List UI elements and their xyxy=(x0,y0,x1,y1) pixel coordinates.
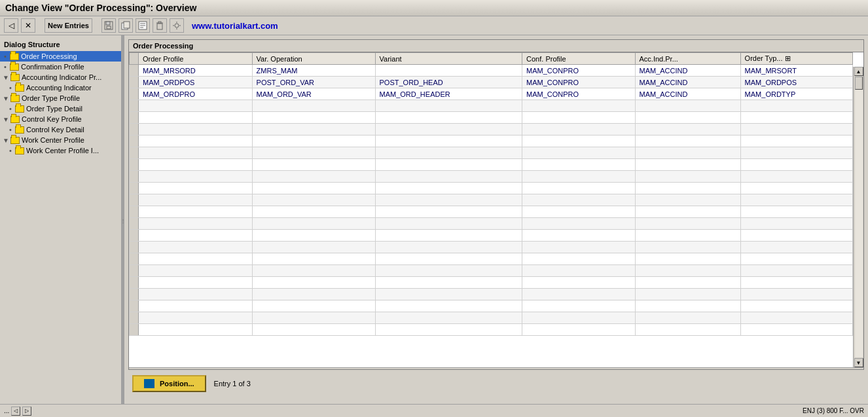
table-row-empty[interactable] xyxy=(130,253,853,265)
cell-var-operation: ZMRS_MAM xyxy=(252,65,375,77)
toolbar: ◁ ✕ New Entries www.tutorialkart.com xyxy=(0,16,868,35)
col-order-profile: Order Profile xyxy=(139,53,253,65)
folder-icon xyxy=(10,137,20,144)
table-row-empty[interactable] xyxy=(130,312,853,324)
table-row-empty[interactable] xyxy=(130,265,853,277)
status-bar: ... ◁ ▷ ENJ (3) 800 F... OVR xyxy=(0,404,868,417)
svg-rect-4 xyxy=(124,22,130,28)
sidebar-label: Work Center Profile xyxy=(22,136,84,144)
folder-icon xyxy=(15,105,24,113)
folder-icon xyxy=(15,84,24,92)
cell-acc-ind: MAM_ACCIND xyxy=(635,88,740,100)
col-var-operation: Var. Operation xyxy=(252,53,375,65)
table-row-empty[interactable] xyxy=(130,230,853,242)
table-row-empty[interactable] xyxy=(130,147,853,159)
table-row-empty[interactable] xyxy=(130,159,853,171)
table-row-empty[interactable] xyxy=(130,183,853,194)
position-button[interactable]: Position... xyxy=(132,375,206,392)
cell-order-profile: MAM_ORDPOS xyxy=(139,77,253,88)
cell-acc-ind: MAM_ACCIND xyxy=(635,65,740,77)
folder-icon xyxy=(10,53,19,60)
back-btn[interactable]: ◁ xyxy=(4,18,18,33)
scroll-down-btn[interactable]: ▼ xyxy=(854,358,863,367)
sidebar-label: Order Type Profile xyxy=(22,94,80,102)
copy-btn[interactable] xyxy=(118,18,133,33)
cell-var-operation: POST_ORD_VAR xyxy=(252,77,375,88)
sidebar-item-accounting-indicator[interactable]: • Accounting Indicator xyxy=(0,82,121,93)
row-selector[interactable] xyxy=(130,65,139,77)
table-row-empty[interactable] xyxy=(130,136,853,147)
new-entries-btn[interactable]: New Entries xyxy=(45,18,92,33)
sidebar-title: Dialog Structure xyxy=(0,38,121,51)
entry-count: Entry 1 of 3 xyxy=(214,380,251,388)
table-row-empty[interactable] xyxy=(130,194,853,206)
sidebar-item-order-type-profile[interactable]: ▼ Order Type Profile xyxy=(0,93,121,103)
folder-icon xyxy=(10,74,20,81)
sidebar-item-order-processing[interactable]: • Order Processing xyxy=(0,51,121,62)
status-left-next[interactable]: ▷ xyxy=(22,407,31,416)
svg-rect-2 xyxy=(107,26,111,29)
table-row-empty[interactable] xyxy=(130,242,853,253)
table-row-empty[interactable] xyxy=(130,324,853,336)
table-row-empty[interactable] xyxy=(130,124,853,136)
table-row[interactable]: MAM_MRSORD ZMRS_MAM MAM_CONPRO MAM_ACCIN… xyxy=(130,65,853,77)
svg-rect-9 xyxy=(157,24,162,29)
cell-order-typ: MAM_ORDPOS xyxy=(740,77,852,88)
column-settings-icon[interactable]: ⊞ xyxy=(785,54,791,62)
table-row-empty[interactable] xyxy=(130,206,853,218)
sidebar-label: Accounting Indicator xyxy=(26,84,92,92)
folder-icon xyxy=(15,126,24,134)
nav-arrows: |◁ ◁ xyxy=(130,369,152,370)
status-left-prev[interactable]: ◁ xyxy=(11,407,20,416)
scroll-up-btn[interactable]: ▲ xyxy=(854,67,863,76)
table-row-empty[interactable] xyxy=(130,300,853,312)
table-title: Order Processing xyxy=(129,40,863,52)
sidebar-item-order-type-detail[interactable]: • Order Type Detail xyxy=(0,103,121,114)
table-row-empty[interactable] xyxy=(130,171,853,183)
data-table: Order Profile Var. Operation Variant Con… xyxy=(129,52,853,336)
position-icon xyxy=(144,379,154,388)
nav-arrows-right: ▷ ▷| xyxy=(841,369,863,370)
status-left: ... ◁ ▷ xyxy=(4,407,31,416)
table-row-empty[interactable] xyxy=(130,289,853,300)
cell-var-operation: MAM_ORD_VAR xyxy=(252,88,375,100)
detail-btn[interactable] xyxy=(136,18,150,33)
sidebar-item-control-key-detail[interactable]: • Control Key Detail xyxy=(0,124,121,135)
cell-conf-profile: MAM_CONPRO xyxy=(522,88,635,100)
sidebar-item-work-center-profile-item[interactable]: • Work Center Profile I... xyxy=(0,145,121,156)
row-selector[interactable] xyxy=(130,88,139,100)
folder-icon xyxy=(10,95,20,102)
cell-variant: MAM_ORD_HEADER xyxy=(375,88,522,100)
cell-order-typ: MAM_MRSORT xyxy=(740,65,852,77)
main-content: Dialog Structure • Order Processing • Co… xyxy=(0,35,868,407)
cell-order-profile: MAM_ORDPRO xyxy=(139,88,253,100)
sidebar-item-work-center-profile[interactable]: ▼ Work Center Profile xyxy=(0,135,121,145)
scroll-track[interactable] xyxy=(855,77,863,357)
table-wrapper[interactable]: Order Profile Var. Operation Variant Con… xyxy=(129,52,863,367)
table-row[interactable]: MAM_ORDPRO MAM_ORD_VAR MAM_ORD_HEADER MA… xyxy=(130,88,853,100)
sidebar-label: Work Center Profile I... xyxy=(26,147,99,154)
sidebar-item-control-key-profile[interactable]: ▼ Control Key Profile xyxy=(0,114,121,124)
sidebar-label: Order Processing xyxy=(21,52,77,60)
v-scrollbar[interactable]: ▲ ▼ xyxy=(853,67,863,367)
table-row-empty[interactable] xyxy=(130,100,853,112)
table-row[interactable]: MAM_ORDPOS POST_ORD_VAR POST_ORD_HEAD MA… xyxy=(130,77,853,88)
scroll-thumb[interactable] xyxy=(855,77,863,90)
save-btn[interactable] xyxy=(101,18,116,33)
bottom-area: Position... Entry 1 of 3 xyxy=(128,370,864,397)
sidebar-item-confirmation-profile[interactable]: • Confirmation Profile xyxy=(0,62,121,72)
row-selector[interactable] xyxy=(130,77,139,88)
table-row-empty[interactable] xyxy=(130,218,853,230)
settings-btn[interactable] xyxy=(170,18,184,33)
delete-btn[interactable] xyxy=(153,18,167,33)
table-row-empty[interactable] xyxy=(130,277,853,289)
website-link[interactable]: www.tutorialkart.com xyxy=(192,21,278,31)
sidebar-label: Confirmation Profile xyxy=(21,63,84,71)
exit-btn[interactable]: ✕ xyxy=(21,18,35,33)
sidebar-item-accounting-indicator-pro[interactable]: ▼ Accounting Indicator Pr... xyxy=(0,72,121,82)
title-bar: Change View "Order Processing": Overview xyxy=(0,0,868,16)
status-right: ENJ (3) 800 F... OVR xyxy=(803,407,864,414)
sidebar-label: Accounting Indicator Pr... xyxy=(22,73,101,81)
h-scrollbar[interactable]: |◁ ◁ ▷ ▷| xyxy=(129,367,863,370)
table-row-empty[interactable] xyxy=(130,112,853,124)
